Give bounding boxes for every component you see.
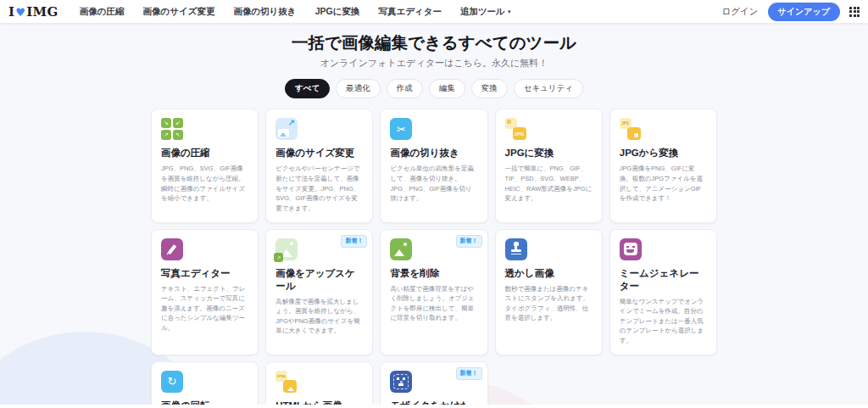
- tool-card-title: 画像のサイズ変更: [275, 147, 363, 159]
- tool-card-title: JPGに変換: [505, 147, 593, 159]
- nav-item[interactable]: 画像の圧縮: [70, 6, 134, 18]
- filter-pill-label: 編集: [439, 83, 455, 92]
- logo[interactable]: I ♥ IMG: [8, 4, 58, 20]
- filter-pill-label: すべて: [295, 83, 320, 92]
- tool-card[interactable]: 新着！ 背景を削除 高い精度で画像背景をすばやく削除しましょう。オブジェクトを即…: [380, 229, 487, 355]
- tools-grid: ↘↙↗↖ 画像の圧縮 JPG、PNG、SVG、GIF画像を画質を維持しながら圧縮…: [151, 109, 717, 408]
- tool-card-description: 高解像度で画像を拡大しましょう。画質を維持しながら、JPGやPNG画像のサイズを…: [275, 297, 363, 337]
- nav-item[interactable]: JPGに変換: [306, 6, 370, 18]
- hero-section: 一括で画像編集できるすべてのツール オンラインフォトエディターはこちら。永久に無…: [0, 23, 868, 98]
- tool-card[interactable]: ↻ 画像の回転 同時にJPG、PNG、GIFの多数の画像を回転させます。横または…: [151, 361, 259, 408]
- tool-card[interactable]: 透かし画像 数秒で画像または画像のテキストにスタンプを入れます。タイポグラフィ、…: [495, 229, 603, 355]
- tool-card-title: 背景を削除: [390, 267, 477, 280]
- filter-pills: すべて 最適化 作成 編集 変換 セキュリティ: [0, 79, 868, 98]
- tool-card-description: ピクセル単位の四角形を定義して、画像を切り抜き。JPG、PNG、GIF画像を切り…: [390, 164, 477, 204]
- logo-text-right: IMG: [26, 4, 58, 20]
- resize-icon: ↗: [275, 118, 298, 132]
- navbar: I ♥ IMG 画像の圧縮 画像のサイズ変更 画像の切り抜き JPGに変換 写真…: [0, 0, 868, 23]
- tool-card-description: JPG、PNG、SVG、GIF画像を画質を維持しながら圧縮。瞬時に画像のファイル…: [161, 164, 248, 204]
- tool-card-description: 数秒で画像または画像のテキストにスタンプを入れます。タイポグラフィ、透明性、位置…: [505, 284, 593, 324]
- nav-item-label: 追加ツール: [460, 6, 505, 18]
- tool-card[interactable]: JPG JPGから変換 JPG画像をPNG、GIFに変換。複数のJPGファイルを…: [609, 109, 717, 222]
- nav-right: ログイン サインアップ: [722, 3, 860, 21]
- filter-pill-label: 最適化: [346, 83, 370, 92]
- heart-icon: ♥: [15, 6, 25, 19]
- tool-card-description: 一括で簡単に、PNG、GIF、TIF、PSD、SVG、WEBP、HEIC、RAW…: [505, 164, 593, 204]
- new-badge: 新着！: [456, 235, 482, 248]
- nav-item[interactable]: 画像のサイズ変更: [133, 6, 224, 18]
- tool-card-description: ピクセルやパーセンテージで新たに寸法を定義して、画像をサイズ変更。JPG、PNG…: [275, 164, 363, 213]
- compress-icon: ↘↙↗↖: [161, 118, 248, 140]
- from-jpg-icon: JPG: [620, 118, 642, 132]
- apps-grid-icon[interactable]: [849, 7, 860, 17]
- footer-strip: [0, 405, 868, 408]
- login-link[interactable]: ログイン: [722, 6, 759, 18]
- page-subtitle: オンラインフォトエディターはこちら。永久に無料！: [0, 57, 868, 70]
- filter-pill[interactable]: セキュリティ: [514, 79, 583, 98]
- tool-card-title: ミームジェネレーター: [620, 267, 707, 293]
- signup-button[interactable]: サインアップ: [768, 3, 840, 21]
- tool-card-title: 写真エディター: [161, 267, 248, 280]
- crop-icon: ✂: [390, 118, 477, 140]
- to-jpg-icon: JPG: [505, 118, 527, 132]
- filter-pill[interactable]: 最適化: [336, 79, 381, 98]
- tool-card[interactable]: ミームジェネレーター 簡単なワンステップでオンラインでミームを作成。自分のテンプ…: [609, 229, 717, 355]
- nav-item-label: 写真エディター: [378, 6, 441, 18]
- filter-pill-label: 作成: [397, 83, 413, 92]
- nav-item[interactable]: 写真エディター: [369, 6, 450, 18]
- tool-card[interactable]: ✂ 画像の切り抜き ピクセル単位の四角形を定義して、画像を切り抜き。JPG、PN…: [380, 109, 487, 222]
- tool-card-title: JPGから変換: [620, 147, 707, 159]
- tool-card-description: 簡単なワンステップでオンラインでミームを作成。自分のテンプレートまたは一番人気の…: [620, 297, 707, 346]
- nav-item-label: 画像の切り抜き: [233, 6, 296, 18]
- tool-card[interactable]: JPG JPGに変換 一括で簡単に、PNG、GIF、TIF、PSD、SVG、WE…: [495, 109, 603, 222]
- tool-card[interactable]: 新着！ モザイクをかけた顔 写真の顔に簡単にモザイクをかけます。ナンバープレート…: [380, 361, 487, 408]
- nav-item-label: 画像のサイズ変更: [142, 6, 214, 18]
- filter-pill-label: 変換: [481, 83, 498, 92]
- meme-icon: [620, 238, 707, 260]
- tool-card-title: 画像の切り抜き: [390, 147, 477, 159]
- nav-item-label: 画像の圧縮: [80, 6, 125, 18]
- nav-item[interactable]: 追加ツール ▾: [451, 6, 520, 18]
- nav-item-label: JPGに変換: [315, 6, 360, 18]
- filter-pill[interactable]: 編集: [429, 79, 465, 98]
- tool-card-description: JPG画像をPNG、GIFに変換。複数のJPGファイルを選択して、アニメーション…: [620, 164, 707, 204]
- tool-card[interactable]: ↗ 画像のサイズ変更 ピクセルやパーセンテージで新たに寸法を定義して、画像をサイ…: [265, 109, 373, 222]
- filter-pill[interactable]: 変換: [471, 79, 508, 98]
- tool-card-title: 画像をアップスケール: [275, 267, 363, 293]
- filter-pill[interactable]: すべて: [285, 79, 330, 98]
- watermark-icon: [505, 238, 593, 260]
- tool-card[interactable]: 写真エディター テキスト、エフェクト、フレーム、スティッカーで写真に趣を添えます…: [151, 229, 259, 355]
- upscale-icon: ↗: [275, 238, 298, 253]
- filter-pill-label: セキュリティ: [524, 83, 573, 92]
- chevron-down-icon: ▾: [508, 8, 511, 15]
- logo-text-left: I: [8, 4, 14, 20]
- tool-card-title: 透かし画像: [505, 267, 593, 280]
- page-title: 一括で画像編集できるすべてのツール: [0, 33, 868, 52]
- photo-editor-icon: [161, 238, 248, 260]
- tool-card-description: テキスト、エフェクト、フレーム、スティッカーで写真に趣を添えます。画像のニーズに…: [161, 284, 248, 333]
- new-badge: 新着！: [456, 367, 482, 380]
- nav-menu: 画像の圧縮 画像のサイズ変更 画像の切り抜き JPGに変換 写真エディター 追加…: [70, 6, 520, 18]
- rotate-icon: ↻: [161, 371, 248, 393]
- filter-pill[interactable]: 作成: [387, 79, 423, 98]
- tool-card[interactable]: 新着！ ↗ 画像をアップスケール 高解像度で画像を拡大しましょう。画質を維持しな…: [265, 229, 373, 355]
- tool-card-title: 画像の圧縮: [161, 147, 248, 159]
- tool-card[interactable]: ↘↙↗↖ 画像の圧縮 JPG、PNG、SVG、GIF画像を画質を維持しながら圧縮…: [151, 109, 259, 222]
- tool-card[interactable]: HTML HTMLから画像 HTMLのウェブページをJPGまたはSVGに変換。必…: [265, 361, 373, 408]
- nav-item[interactable]: 画像の切り抜き: [224, 6, 305, 18]
- new-badge: 新着！: [341, 235, 367, 248]
- html-to-image-icon: HTML: [275, 371, 298, 385]
- tool-card-description: 高い精度で画像背景をすばやく削除しましょう。オブジェクトを即座に検出して、簡単に…: [390, 284, 477, 324]
